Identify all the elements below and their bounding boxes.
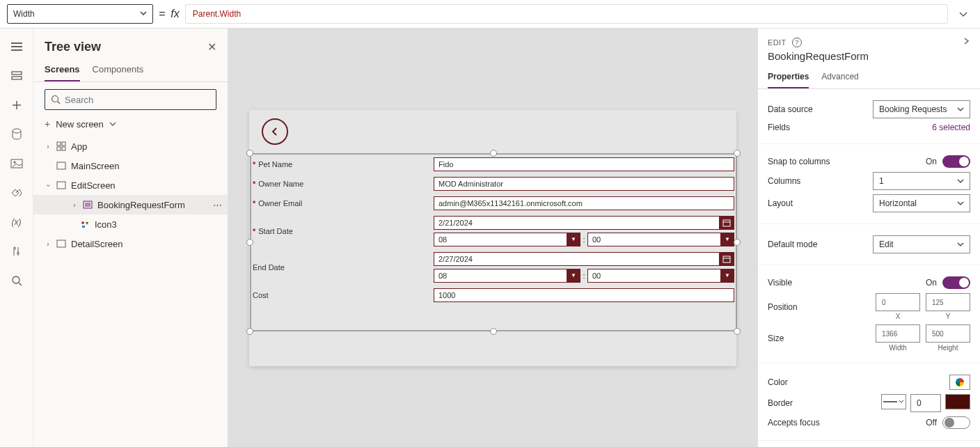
search-icon[interactable] (10, 274, 24, 288)
tree-list: › App MainScreen › EditScreen › (33, 134, 228, 256)
chevron-down-icon[interactable]: ▼ (567, 269, 580, 283)
size-width-input[interactable]: 1366 (876, 324, 920, 343)
border-color-picker[interactable] (945, 394, 970, 409)
size-height-input[interactable]: 500 (926, 324, 970, 343)
endhour-input[interactable]: 08 (434, 269, 567, 283)
info-icon[interactable]: ? (792, 38, 802, 47)
properties-panel: EDIT ? BookingRequestForm Properties Adv… (757, 29, 980, 447)
border-style-select[interactable] (881, 394, 906, 409)
svg-rect-17 (723, 220, 730, 226)
fx-icon: fx (171, 8, 179, 20)
layout-select[interactable]: Horizontal (873, 194, 970, 212)
owneremail-input[interactable]: admin@M365x11342161.onmicrosoft.com (434, 196, 734, 210)
tree-item-mainscreen[interactable]: MainScreen (33, 156, 228, 175)
border-width-input[interactable]: 0 (910, 394, 941, 412)
enddate-input[interactable]: 2/27/2024 (434, 252, 719, 266)
chevron-down-icon[interactable]: ▼ (567, 233, 580, 246)
field-label: Owner Email (258, 199, 302, 207)
color-picker[interactable] (949, 375, 970, 390)
tree-item-icon3[interactable]: Icon3 (33, 214, 228, 234)
media-icon[interactable] (10, 157, 24, 171)
settings-icon[interactable] (10, 244, 24, 258)
tree-item-app[interactable]: › App (33, 136, 228, 156)
svg-rect-10 (62, 147, 65, 150)
resize-handle[interactable] (246, 328, 253, 335)
svg-point-5 (13, 276, 19, 283)
expand-formula-button[interactable] (954, 4, 973, 24)
starthour-input[interactable]: 08 (434, 233, 567, 246)
endmin-input[interactable]: 00 (587, 269, 720, 283)
data-icon[interactable] (10, 127, 24, 141)
resize-handle[interactable] (734, 328, 741, 335)
prop-label: Size (768, 334, 784, 343)
prop-label: Columns (768, 176, 800, 186)
tab-components[interactable]: Components (93, 60, 144, 81)
axis-label: Height (938, 344, 958, 352)
ownername-input[interactable]: MOD Administrator (434, 177, 734, 191)
chevron-right-icon[interactable] (962, 37, 970, 47)
fields-link[interactable]: 6 selected (932, 123, 970, 132)
chevron-down-icon[interactable]: ▼ (720, 269, 734, 283)
axis-label: X (896, 313, 901, 320)
startdate-input[interactable]: 2/21/2024 (434, 216, 719, 230)
tree-item-label: App (71, 141, 87, 152)
tree-view-icon[interactable] (10, 69, 24, 83)
petname-input[interactable]: Fido (434, 157, 734, 171)
cost-input[interactable]: 1000 (434, 288, 734, 302)
tree-search-field[interactable] (65, 95, 210, 105)
resize-handle[interactable] (490, 150, 497, 157)
startmin-input[interactable]: 00 (587, 233, 720, 246)
snap-toggle[interactable] (942, 155, 970, 168)
datasource-select[interactable]: Booking Requests (873, 100, 970, 118)
tab-screens[interactable]: Screens (45, 60, 80, 81)
variables-icon[interactable]: (x) (10, 215, 24, 229)
prop-label: Data source (768, 104, 813, 114)
property-select[interactable]: Width (7, 4, 153, 24)
time-separator: : (580, 269, 587, 283)
new-screen-button[interactable]: + New screen (33, 114, 228, 134)
chevron-right-icon: › (71, 201, 78, 209)
tree-item-editscreen[interactable]: › EditScreen (33, 175, 228, 195)
tab-advanced[interactable]: Advanced (821, 68, 858, 88)
power-automate-icon[interactable] (10, 186, 24, 200)
svg-point-14 (81, 221, 84, 224)
equals-sign: = (159, 8, 165, 20)
hamburger-icon[interactable] (10, 40, 24, 54)
svg-rect-7 (57, 142, 61, 146)
tree-search-input[interactable] (45, 89, 216, 110)
resize-handle[interactable] (734, 239, 741, 246)
field-label: Start Date (258, 227, 293, 235)
app-icon (56, 141, 67, 152)
resize-handle[interactable] (734, 150, 741, 157)
columns-select[interactable]: 1 (873, 172, 970, 190)
canvas[interactable]: *Pet Name Fido *Owner Name MOD Administr… (228, 29, 757, 447)
svg-rect-0 (12, 72, 22, 74)
more-icon[interactable]: ⋯ (213, 200, 222, 210)
position-y-input[interactable]: 125 (926, 293, 970, 311)
new-screen-label: New screen (56, 119, 104, 130)
insert-icon[interactable] (10, 98, 24, 112)
acceptsfocus-toggle[interactable] (942, 416, 970, 429)
formula-bar: Width = fx Parent.Width (0, 0, 980, 29)
calendar-icon[interactable] (719, 252, 734, 266)
toggle-label: Off (926, 418, 937, 428)
edit-label: EDIT (768, 38, 787, 47)
visible-toggle[interactable] (942, 276, 970, 289)
resize-handle[interactable] (246, 150, 253, 157)
tree-item-detailscreen[interactable]: › DetailScreen (33, 234, 228, 253)
back-button[interactable] (262, 118, 288, 145)
tree-item-bookingrequestform[interactable]: › BookingRequestForm ⋯ (33, 195, 228, 214)
chevron-down-icon[interactable]: ▼ (720, 233, 734, 246)
prop-label: Default mode (768, 240, 817, 249)
defaultmode-select[interactable]: Edit (873, 235, 970, 253)
resize-handle[interactable] (246, 239, 253, 246)
calendar-icon[interactable] (719, 216, 734, 230)
close-icon[interactable]: ✕ (207, 40, 216, 54)
svg-rect-9 (57, 147, 61, 150)
tree-item-label: DetailScreen (71, 239, 122, 249)
formula-input[interactable]: Parent.Width (185, 4, 948, 24)
toggle-label: On (926, 278, 937, 288)
position-x-input[interactable]: 0 (876, 293, 920, 311)
tab-properties[interactable]: Properties (768, 68, 809, 88)
resize-handle[interactable] (490, 328, 497, 335)
